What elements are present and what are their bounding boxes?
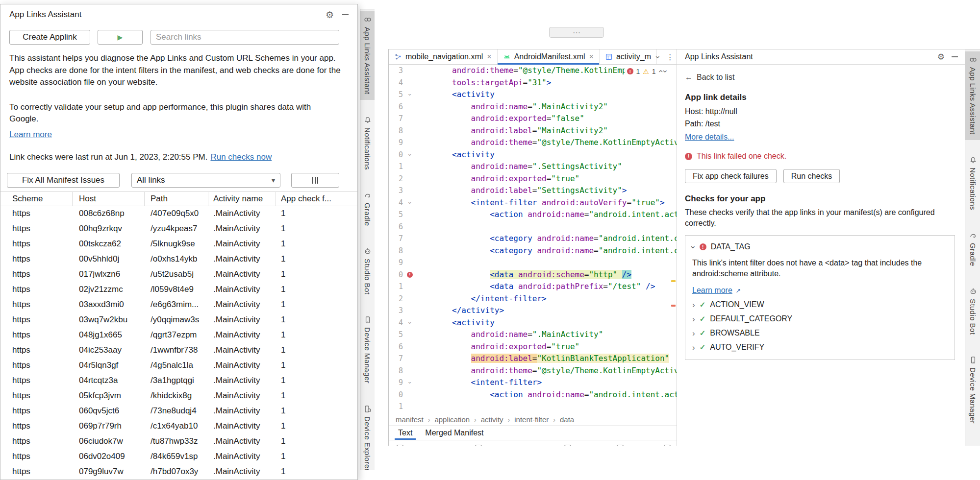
table-row[interactable]: https060qv5jct6/73ne8udqj4.MainActivity1 [0,404,357,419]
code-line[interactable]: 4› <activity [389,317,677,329]
bottom-tab-text[interactable]: Text [392,426,419,440]
code-line[interactable]: 0 <action android:name="android.intent.a… [389,389,677,401]
code-line[interactable]: 9 android:theme="@style/Theme.KotlinEmpt… [389,137,677,149]
code-line[interactable]: 7 android:exported="false" [389,113,677,125]
toolwindow-button[interactable]: App Quality Insights [475,442,551,446]
close-icon[interactable]: × [589,52,594,61]
tool-strip-item-gradle[interactable]: Gradle [965,227,980,271]
fold-icon[interactable]: › [405,197,414,209]
toolwindow-button[interactable]: Services [564,442,603,446]
tool-strip-item-bell[interactable]: Notifications [360,112,375,175]
tool-strip-item-app-links[interactable]: App Links Assistant [360,11,375,100]
run-link-checks-button[interactable]: ▶ [98,30,143,45]
inspection-widget[interactable]: 1 ⚠ 1 › › [625,66,670,76]
code-line[interactable]: 5› <activity [389,89,677,101]
column-header[interactable]: Activity name [208,192,276,206]
table-row[interactable]: https04ic253aay/1wwnfbr738.MainActivity1 [0,343,357,358]
table-row[interactable]: https079g9luv7w/h7bd07ox3y.MainActivity1 [0,464,357,480]
code-line[interactable]: 0 <data android:scheme="http" /> [389,269,677,281]
links-filter-dropdown[interactable]: All links ▾ [131,173,280,188]
learn-more-link[interactable]: Learn more [692,286,732,294]
code-line[interactable]: 3 android:label="SettingsActivity"> [389,185,677,197]
code-line[interactable]: 8 android:theme="@style/Theme.KotlinEmpt… [389,365,677,377]
table-row[interactable]: https00hq9zrkqv/yzu4kpeas7.MainActivity1 [0,221,357,237]
check-item-default-category[interactable]: ›✓DEFAULT_CATEGORY [692,314,948,323]
fold-icon[interactable]: › [405,149,414,161]
table-row[interactable]: https069p7r79rh/c1x64yab10.MainActivity1 [0,419,357,434]
next-issue-icon[interactable]: › [662,70,670,73]
table-row[interactable]: https04r5lqn3gf/4g5nalc1la.MainActivity1 [0,358,357,373]
tool-strip-item-bot[interactable]: Studio Bot [965,283,980,340]
hidden-tabs-chevron-icon[interactable]: › [654,55,662,58]
check-item-browsable[interactable]: ›✓BROWSABLE [692,329,948,337]
more-details-link[interactable]: More details... [685,133,734,142]
code-line[interactable]: 2 android:exported="true" [389,173,677,185]
fix-all-manifest-issues-button[interactable]: Fix All Manifest Issues [7,173,120,188]
back-to-list-link[interactable]: ← Back to list [685,73,957,82]
breadcrumb-item[interactable]: manifest [396,415,424,424]
code-line[interactable]: 0› <activity [389,149,677,161]
code-line[interactable]: 7 <category android:name="android.intent… [389,233,677,245]
code-line[interactable]: 4› <intent-filter android:autoVerify="tr… [389,197,677,209]
code-line[interactable]: 9› <intent-filter> [389,377,677,389]
column-header[interactable]: Host [73,192,145,206]
breadcrumb-item[interactable]: data [560,415,574,424]
fold-icon[interactable]: › [405,89,414,101]
editor-tab[interactable]: mobile_navigation.xml× [389,49,498,64]
code-line[interactable]: 6 [389,221,677,233]
tool-strip-item-device-manager[interactable]: Device Manager [360,312,375,389]
close-icon[interactable]: × [487,52,491,61]
error-stripe-mark[interactable] [671,305,676,307]
search-input[interactable] [151,30,339,45]
code-line[interactable]: 4 tools:targetApi="31"> [389,77,677,89]
code-line[interactable]: 7 android:label="KotlinBlankTestApplicat… [389,353,677,365]
tool-strip-item-gradle[interactable]: Gradle [360,187,375,231]
warning-stripe-mark[interactable] [671,280,676,282]
code-line[interactable]: 8 android:label="MainActivity2" [389,125,677,137]
tool-strip-item-bell[interactable]: Notifications [965,152,980,216]
breadcrumb-item[interactable]: intent-filter [514,415,549,424]
gear-icon[interactable]: ⚙ [937,53,945,61]
code-line[interactable]: 5 android:name=".MainActivity" [389,329,677,341]
column-header[interactable]: Scheme [0,192,73,206]
table-row[interactable]: https04rtcqtz3a/3a1hgptqgi.MainActivity1 [0,373,357,388]
tool-strip-item-bot[interactable]: Studio Bot [360,243,375,300]
code-line[interactable]: 1 [389,401,677,413]
tool-strip-item-device-manager[interactable]: Device Manager [965,352,980,429]
code-line[interactable]: 2 </intent-filter> [389,293,677,305]
code-line[interactable]: 8 <category android:name="android.intent… [389,245,677,257]
gutter-error-icon[interactable] [405,269,414,281]
tool-strip-item-device-explorer[interactable]: Device Explorer [360,401,375,470]
learn-more-link[interactable]: Learn more [9,130,52,140]
minimize-icon[interactable] [952,56,958,57]
bottom-tab-merged-manifest[interactable]: Merged Manifest [419,426,490,440]
fold-icon[interactable]: › [405,317,414,329]
minimize-icon[interactable] [342,14,349,15]
fix-app-check-failures-button[interactable]: Fix app check failures [685,169,777,183]
run-checks-now-link[interactable]: Run checks now [210,152,272,162]
column-header[interactable]: App check f... [276,192,357,206]
column-header[interactable]: Path [145,192,208,206]
check-item-data-tag[interactable]: › DATA_TAG [692,242,948,251]
code-line[interactable]: 1 <data android:pathPrefix="/test" /> [389,281,677,293]
gear-icon[interactable]: ⚙ [326,10,334,20]
tool-strip-item-app-links[interactable]: App Links Assistant [965,51,980,140]
editor-tab[interactable]: AndroidManifest.xml× [498,49,600,64]
check-item-auto-verify[interactable]: ›✓AUTO_VERIFY [692,343,948,352]
code-line[interactable]: 1 android:name=".SettingsActivity" [389,161,677,173]
table-row[interactable]: https05kfcp3jvm/khidckix8g.MainActivity1 [0,388,357,404]
table-row[interactable]: https06ciudok7w/tu87hwp33z.MainActivity1 [0,434,357,449]
code-line[interactable]: 5 <action android:name="android.intent.a… [389,209,677,221]
tool-strip-item-device-explorer[interactable]: Device Explorer [965,441,980,446]
code-line[interactable]: 6 android:name=".MainActivity2" [389,101,677,113]
code-editor[interactable]: 3 android:theme="@style/Theme.KotlinEmp4… [389,65,677,414]
toolwindow-button[interactable]: Layout Inspector [397,442,461,446]
table-row[interactable]: https008c6z68np/407e09q5x0.MainActivity1 [0,206,357,221]
toolwindow-button[interactable]: Profiler [617,442,651,446]
table-row[interactable]: https00v5hhld0j/o0xhs14ykb.MainActivity1 [0,252,357,267]
code-line[interactable]: 3 </activity> [389,305,677,317]
table-row[interactable]: https00tskcza62/5lknugk9se.MainActivity1 [0,237,357,252]
create-applink-button[interactable]: Create Applink [9,30,90,45]
breadcrumb-item[interactable]: activity [481,415,503,424]
table-row[interactable]: https03axxd3mi0/e6g63mim....MainActivity… [0,297,357,312]
